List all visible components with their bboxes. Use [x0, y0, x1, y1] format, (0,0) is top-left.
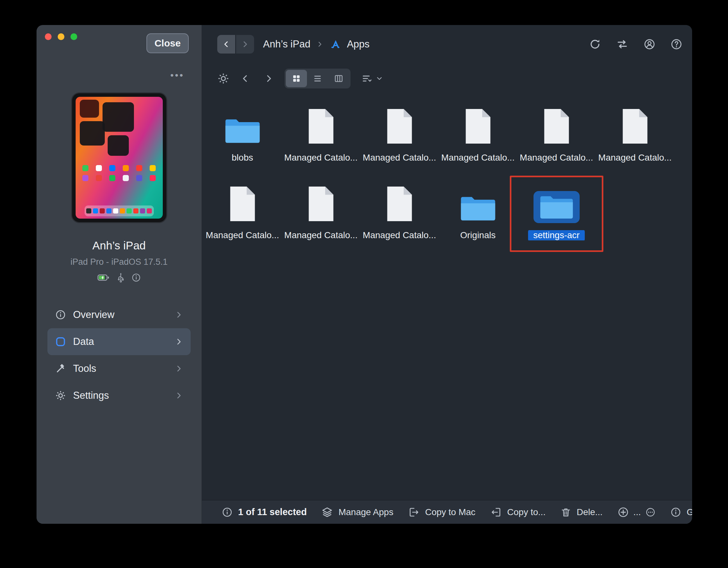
plus-circle-icon[interactable]: [617, 506, 629, 518]
sidebar-item-data[interactable]: Data: [47, 328, 191, 355]
breadcrumb-section[interactable]: Apps: [347, 38, 370, 50]
file-item-document[interactable]: Managed Catalo...: [203, 183, 282, 240]
layers-icon: [321, 506, 333, 518]
sidebar-item-label: Settings: [73, 390, 175, 401]
file-name: blobs: [232, 152, 253, 163]
refresh-icon[interactable]: [589, 38, 601, 50]
wallpaper-dock: [85, 205, 154, 216]
more-actions-label[interactable]: ...: [633, 507, 641, 517]
file-item-document[interactable]: Managed Catalo...: [282, 105, 360, 163]
zoom-window-button[interactable]: [70, 33, 77, 40]
device-model-os: iPad Pro - iPadOS 17.5.1: [37, 257, 202, 267]
chevron-right-icon: [316, 41, 323, 48]
sidebar-item-settings[interactable]: Settings: [47, 382, 191, 409]
app-store-icon: [329, 38, 341, 50]
selection-count: 1 of 11 selected: [238, 507, 307, 517]
copy-to-device-action[interactable]: Copy to...: [490, 506, 546, 518]
file-row: Managed Catalo... Managed Catalo... Mana…: [203, 183, 692, 240]
wallpaper-widget: [80, 121, 105, 145]
nav-forward-icon[interactable]: [264, 74, 274, 83]
document-icon: [306, 105, 336, 145]
copy-to-device-label: Copy to...: [507, 507, 546, 517]
selected-folder-icon: [534, 191, 580, 223]
sidebar-nav: Overview Data Tools: [47, 301, 191, 409]
delete-action[interactable]: Dele...: [560, 507, 603, 518]
file-item-document[interactable]: Managed Catalo...: [517, 105, 596, 163]
grid-view-button[interactable]: [286, 70, 307, 87]
sidebar-item-label: Data: [73, 336, 175, 348]
nav-back-icon[interactable]: [240, 74, 250, 83]
info-icon[interactable]: [222, 507, 233, 518]
folder-history-nav: [240, 74, 274, 83]
file-item-document[interactable]: Managed Catalo...: [596, 105, 674, 163]
file-item-document[interactable]: Managed Catalo...: [439, 105, 517, 163]
file-name: Managed Catalo...: [598, 152, 672, 163]
sidebar-item-label: Tools: [73, 363, 175, 375]
device-wallpaper: [76, 97, 163, 218]
get-info-action[interactable]: Get...: [670, 507, 692, 518]
folder-icon: [459, 183, 497, 223]
file-item-settings-acr[interactable]: settings-acr: [517, 183, 596, 240]
file-item-document[interactable]: Managed Catalo...: [282, 183, 360, 240]
account-icon[interactable]: [643, 38, 656, 50]
view-toolbar: [217, 68, 383, 89]
device-name: Anh’s iPad: [37, 239, 202, 252]
forward-button[interactable]: [236, 35, 254, 53]
document-icon: [306, 183, 336, 223]
manage-apps-label: Manage Apps: [338, 507, 393, 517]
file-item-document[interactable]: Managed Catalo...: [360, 183, 439, 240]
document-icon: [227, 183, 258, 223]
document-icon: [542, 105, 572, 145]
data-square-icon: [55, 336, 73, 347]
minimize-window-button[interactable]: [58, 33, 64, 40]
back-button[interactable]: [217, 35, 235, 53]
history-nav: [217, 35, 254, 53]
file-name: Managed Catalo...: [441, 152, 515, 163]
close-window-button[interactable]: [45, 33, 52, 40]
chevron-right-icon: [175, 391, 183, 400]
selection-summary: 1 of 11 selected: [222, 507, 307, 518]
file-name: Managed Catalo...: [363, 152, 436, 163]
add-more-actions: ...: [617, 506, 656, 518]
app-window: Close ••• Anh’s iPad iPad Pro - iPadOS 1…: [37, 25, 692, 524]
info-icon: [670, 507, 681, 518]
file-item-originals[interactable]: Originals: [439, 183, 517, 240]
copy-to-mac-action[interactable]: Copy to Mac: [408, 506, 476, 518]
info-icon[interactable]: [131, 273, 141, 282]
list-view-button[interactable]: [307, 70, 328, 87]
file-name: Managed Catalo...: [284, 230, 358, 240]
help-icon[interactable]: [670, 38, 683, 50]
document-icon: [385, 105, 415, 145]
group-sort-dropdown[interactable]: [361, 73, 383, 84]
gear-icon: [55, 390, 73, 401]
group-by-icon: [361, 73, 372, 84]
delete-label: Dele...: [577, 507, 603, 517]
file-name: Managed Catalo...: [363, 230, 436, 240]
ellipsis-circle-icon[interactable]: [645, 507, 656, 517]
document-icon: [385, 183, 415, 223]
chevron-down-icon: [376, 75, 383, 82]
transfer-icon[interactable]: [616, 38, 629, 50]
manage-apps-action[interactable]: Manage Apps: [321, 506, 393, 518]
column-view-button[interactable]: [328, 70, 349, 87]
sidebar-item-tools[interactable]: Tools: [47, 355, 191, 382]
wallpaper-app-icons: [81, 165, 158, 181]
tools-icon: [55, 363, 73, 374]
breadcrumb-device[interactable]: Anh’s iPad: [263, 38, 310, 50]
close-device-button[interactable]: Close: [146, 33, 189, 53]
wallpaper-widget: [80, 100, 99, 118]
file-item-document[interactable]: Managed Catalo...: [360, 105, 439, 163]
toolbar-right-icons: [589, 38, 683, 50]
document-icon: [463, 105, 493, 145]
more-options-button[interactable]: •••: [170, 70, 184, 81]
file-name: Managed Catalo...: [284, 152, 358, 163]
actions-gear-icon[interactable]: [217, 72, 229, 85]
document-icon: [620, 105, 650, 145]
view-mode-segmented: [285, 69, 351, 88]
chevron-right-icon: [175, 338, 183, 346]
wallpaper-widget: [108, 135, 129, 156]
status-bar: 1 of 11 selected Manage Apps Copy to Mac…: [202, 500, 692, 524]
sidebar-item-overview[interactable]: Overview: [47, 301, 191, 328]
battery-icon: [97, 273, 110, 282]
file-item-blobs[interactable]: blobs: [203, 105, 282, 163]
